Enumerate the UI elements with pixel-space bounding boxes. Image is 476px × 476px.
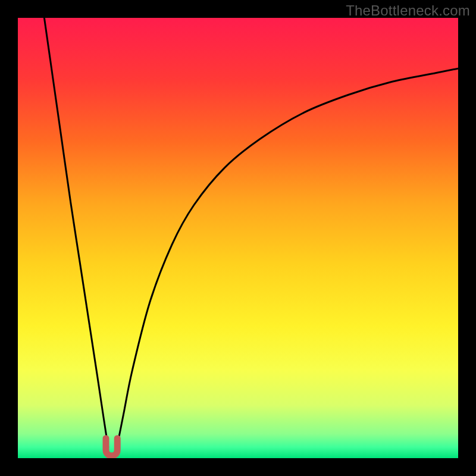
bottleneck-chart bbox=[18, 18, 458, 458]
watermark-text: TheBottleneck.com bbox=[346, 2, 470, 19]
outer-frame: TheBottleneck.com bbox=[0, 0, 476, 476]
gradient-background bbox=[18, 18, 458, 458]
